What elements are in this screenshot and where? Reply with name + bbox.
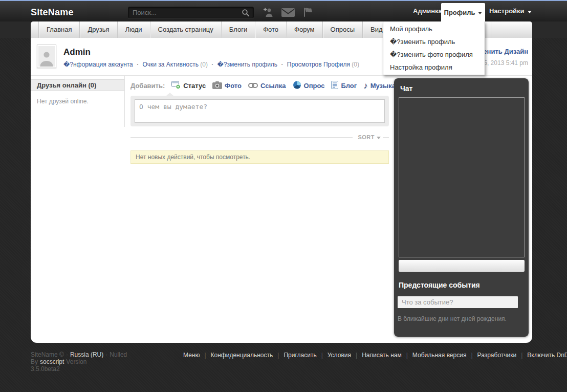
status-icon (171, 81, 181, 91)
footer-link-developers[interactable]: Разработчики (477, 352, 517, 359)
footer-link-dnd-mode[interactable]: Включить DnD мод (527, 352, 567, 359)
add-blog-button[interactable]: Блог (331, 81, 357, 91)
avatar[interactable] (37, 45, 56, 68)
profile-date: 5, 2013 5:41 pm (484, 59, 528, 67)
profile-views-count: (0) (352, 61, 359, 68)
search-input[interactable] (128, 9, 242, 16)
profile-name: Admin (63, 47, 91, 57)
account-info-link[interactable]: �?нформация аккаунта (63, 61, 133, 68)
content-area: Admin �?нформация аккаунта · Очки за Акт… (31, 38, 532, 343)
separator: | (471, 352, 472, 359)
side-panel: Чат Предстоящие события В ближайшие дни … (394, 78, 529, 337)
friends-online-empty: Нет друзей online. (37, 98, 89, 105)
activity-points-link[interactable]: Очки за Активность (142, 61, 198, 68)
document-icon (331, 81, 338, 91)
footer-sitename: SiteName © (31, 351, 64, 358)
feed-sort-row: SORT (130, 134, 389, 140)
add-music-button[interactable]: ♪ Музыка (363, 82, 396, 90)
footer-link-mobile[interactable]: Мобильная версия (412, 352, 467, 359)
separator: | (521, 352, 522, 359)
tab-forum[interactable]: Форум (286, 21, 322, 38)
avatar-placeholder-icon (38, 46, 55, 67)
tab-people[interactable]: Люди (117, 21, 150, 38)
menu-item-my-profile[interactable]: Мой профиль (383, 23, 485, 35)
tab-polls[interactable]: Опросы (322, 21, 362, 38)
footer-link-privacy[interactable]: Конфиденциальность (211, 352, 273, 359)
tab-home[interactable]: Главная (38, 21, 79, 38)
upcoming-events-title: Предстоящие события (399, 281, 480, 289)
add-link-button[interactable]: Ссылка (248, 82, 286, 90)
add-friend-icon[interactable] (263, 7, 274, 17)
caret-down-icon (478, 12, 482, 14)
divider-line (383, 137, 389, 138)
search-box (128, 7, 254, 18)
footer-link-menu[interactable]: Меню (183, 352, 200, 359)
tab-create-page[interactable]: Создать страницу (150, 21, 221, 38)
chat-message-input[interactable] (399, 260, 525, 272)
mail-icon[interactable] (281, 8, 295, 17)
sort-dropdown[interactable]: SORT (358, 134, 381, 140)
quick-icons (263, 7, 312, 17)
footer-version-number: 3.5.0beta2 (31, 365, 179, 373)
footer-link-contact[interactable]: Написать нам (362, 352, 402, 359)
separator: | (321, 352, 323, 359)
add-poll-button[interactable]: Опрос (293, 81, 325, 91)
add-photo-button[interactable]: Фото (212, 81, 242, 91)
separator: | (277, 352, 279, 359)
camera-icon (212, 81, 222, 91)
search-icon[interactable] (242, 9, 251, 17)
profile-links-row: �?нформация аккаунта · Очки за Активност… (63, 61, 359, 68)
settings-menu-trigger[interactable]: Настройки (489, 1, 532, 21)
profile-menu-trigger[interactable]: Профиль (441, 3, 485, 21)
footer-link-terms[interactable]: Условия (328, 352, 351, 359)
composer-add-row: Добавить: Статус Фото Ссылка (130, 81, 389, 91)
footer-socscript-link[interactable]: socscript (40, 358, 64, 365)
profile-label: Профиль (444, 9, 475, 16)
add-status-button[interactable]: Статус (171, 81, 206, 91)
chat-messages-box (399, 97, 525, 257)
activity-points-count: (0) (200, 61, 208, 68)
footer-version-label: Version (66, 358, 86, 365)
edit-profile-link[interactable]: �?зменить профиль (217, 61, 278, 68)
chain-link-icon (248, 82, 258, 90)
settings-label: Настройки (489, 1, 525, 21)
composer-callout-arrow (166, 93, 173, 96)
music-note-icon: ♪ (363, 82, 368, 90)
separator: · (211, 61, 213, 68)
footer-link-invite[interactable]: Пригласить (283, 352, 316, 359)
caret-down-icon (377, 137, 381, 139)
feed-empty-notice: Нет новых действий, чтобы посмотреть. (130, 150, 389, 164)
separator: · (105, 351, 107, 358)
status-composer (130, 96, 389, 126)
footer-meta: SiteName ©·Russia (RU)·Nulled Bysocscrip… (31, 351, 179, 373)
separator: | (406, 352, 408, 359)
divider-line (130, 137, 353, 138)
separator: | (204, 352, 206, 359)
chat-title: Чат (400, 84, 412, 93)
footer-links: Меню | Конфиденциальность | Пригласить |… (183, 352, 567, 359)
separator: · (137, 61, 139, 68)
separator: · (66, 351, 68, 358)
separator: · (281, 61, 283, 68)
event-search-input[interactable] (398, 296, 518, 308)
admin-link[interactable]: Админка (413, 1, 442, 21)
menu-item-edit-profile-photo[interactable]: �?зменить фото профиля (383, 48, 485, 61)
site-logo[interactable]: SiteName (31, 7, 74, 18)
profile-dropdown: Мой профиль �?зменить профиль �?зменить … (383, 21, 485, 75)
column-divider (124, 76, 125, 127)
birthdays-empty-text: В ближайшие дни нет дней рождения. (398, 315, 507, 322)
friends-online-header: Друзья онлайн (0) (31, 79, 124, 91)
tab-blogs[interactable]: Блоги (221, 21, 255, 38)
tab-photos[interactable]: Фото (255, 21, 286, 38)
add-label: Добавить: (130, 82, 165, 90)
flag-icon[interactable] (302, 7, 312, 17)
menu-item-edit-profile[interactable]: �?зменить профиль (383, 35, 485, 48)
page: SiteName Админка Настройки Главн (0, 0, 567, 392)
separator: | (356, 352, 357, 359)
footer-locale: Russia (RU) (70, 351, 103, 358)
menu-item-profile-settings[interactable]: Настройка профиля (383, 61, 485, 74)
profile-views-link[interactable]: Просмотров Профиля (287, 61, 350, 68)
status-textarea[interactable] (135, 99, 385, 123)
caret-down-icon (528, 11, 532, 13)
tab-friends[interactable]: Друзья (79, 21, 117, 38)
